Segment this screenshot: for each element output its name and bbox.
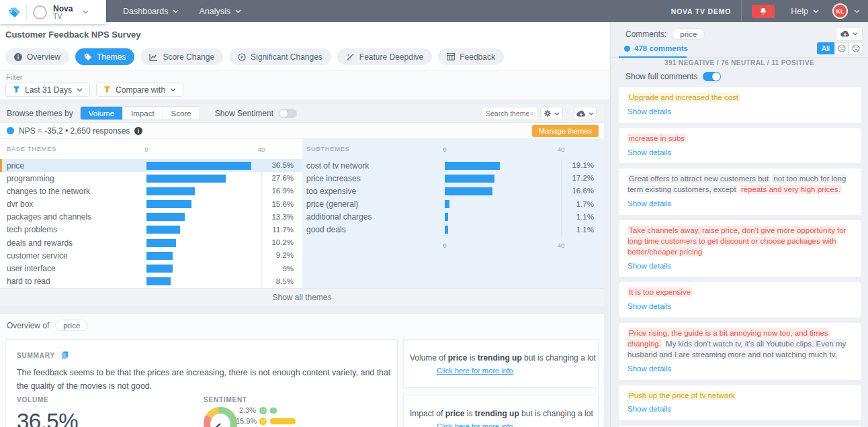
theme-label: programming	[7, 174, 54, 183]
theme-row[interactable]: deals and rewards10.2%	[0, 236, 302, 249]
theme-bar[interactable]	[146, 226, 180, 234]
mode-score[interactable]: Score	[163, 107, 200, 120]
tab-feature-deepdive[interactable]: Feature Deepdive	[337, 48, 432, 65]
show-all-themes-button[interactable]: Show all themes	[0, 288, 604, 306]
nav-item-analysis[interactable]: Analysis	[189, 0, 251, 22]
filter-neutral-button[interactable]	[834, 42, 849, 54]
chevron-down-icon	[554, 112, 560, 115]
show-details-link[interactable]: Show details	[627, 301, 671, 312]
theme-row[interactable]: hard to read8.5%	[0, 275, 302, 288]
search-themes-box[interactable]	[482, 107, 538, 120]
tab-overview[interactable]: Overview	[5, 48, 69, 65]
volume-value: 36.5%	[17, 409, 78, 427]
notification-button[interactable]	[752, 5, 775, 18]
tab-significant-changes[interactable]: Significant Changes	[229, 48, 331, 65]
theme-bar[interactable]	[146, 252, 173, 260]
theme-bar[interactable]	[146, 239, 176, 247]
trend-more-info-link[interactable]: Click here for more info	[437, 422, 513, 427]
theme-row[interactable]: packages and channels13.3%	[0, 211, 302, 224]
show-full-comments-label: Show full comments	[625, 72, 697, 81]
theme-label: packages and channels	[7, 212, 91, 222]
theme-row[interactable]: good deals1.1%	[302, 224, 604, 236]
theme-bar[interactable]	[146, 265, 173, 273]
cloud-download-icon	[840, 30, 850, 38]
trend-more-info-link[interactable]: Click here for more info	[437, 367, 513, 375]
theme-bar[interactable]	[146, 200, 191, 208]
show-full-comments-toggle[interactable]	[703, 72, 721, 81]
theme-row[interactable]: too expensive16.6%	[302, 185, 604, 197]
theme-bar[interactable]	[445, 175, 494, 183]
theme-row[interactable]: price (general)1.7%	[302, 198, 604, 211]
theme-bar[interactable]	[146, 213, 185, 221]
compare-filter-dropdown[interactable]: Compare with	[96, 83, 183, 97]
tab-feedback[interactable]: Feedback	[438, 48, 504, 65]
overview-theme-tag[interactable]: price	[55, 320, 88, 331]
theme-label: hard to read	[7, 277, 50, 286]
theme-label: additional charges	[306, 212, 372, 222]
search-themes-input[interactable]	[486, 109, 529, 117]
user-menu-caret-icon[interactable]	[854, 9, 860, 13]
comments-theme-tag[interactable]: price	[672, 28, 705, 40]
theme-value: 15.6%	[271, 200, 294, 208]
date-filter-dropdown[interactable]: Last 31 Days	[5, 83, 90, 97]
theme-bar[interactable]	[445, 226, 448, 234]
show-details-link[interactable]: Show details	[627, 199, 671, 209]
tag-icon	[84, 53, 92, 61]
theme-row[interactable]: customer service9.2%	[0, 249, 302, 262]
theme-bar[interactable]	[146, 175, 226, 183]
theme-bar[interactable]	[146, 162, 251, 170]
theme-row[interactable]: programming27.6%	[0, 172, 302, 185]
theme-bar[interactable]	[146, 187, 195, 195]
axis-tick: 0	[435, 242, 455, 249]
theme-bar[interactable]	[146, 277, 171, 285]
filter-negative-button[interactable]	[849, 42, 863, 54]
theme-bar[interactable]	[445, 200, 449, 208]
avatar[interactable]: KL	[832, 3, 848, 19]
view-tabs: OverviewThemesScore ChangeSignificant Ch…	[5, 48, 504, 65]
chart-export-button[interactable]	[574, 107, 597, 120]
show-details-link[interactable]: Show details	[627, 148, 671, 158]
theme-row[interactable]: cost of tv network19.1%	[302, 159, 604, 172]
sentiment-legend: 2.3%15.9%	[236, 405, 296, 426]
theme-bar[interactable]	[445, 187, 492, 195]
theme-label: changes to the network	[7, 187, 90, 196]
theme-row[interactable]: additional charges1.1%	[302, 211, 604, 224]
filter-all-button[interactable]: All	[817, 42, 834, 54]
show-details-link[interactable]: Show details	[627, 404, 671, 415]
legend-pct: 15.9%	[236, 417, 256, 425]
theme-row[interactable]: dvr box15.6%	[0, 198, 302, 211]
mode-volume[interactable]: Volume	[81, 107, 123, 120]
comments-export-button[interactable]	[836, 27, 863, 41]
app-logo-icon	[7, 5, 20, 18]
manage-themes-button[interactable]: Manage themes	[532, 125, 599, 137]
info-icon[interactable]	[134, 127, 142, 135]
theme-row[interactable]: changes to the network16.9%	[0, 185, 302, 197]
app-logo-box[interactable]: NovaTV	[0, 0, 106, 24]
theme-row[interactable]: tech problems11.7%	[0, 224, 302, 236]
mode-impact[interactable]: Impact	[123, 107, 163, 120]
nav-item-dashboards[interactable]: Dashboards	[113, 0, 189, 22]
workspace-logo	[33, 5, 47, 19]
series-dot-icon	[7, 127, 14, 134]
comment-text: Price rising, the guide is a bit annoyin…	[627, 328, 853, 361]
tab-score-change[interactable]: Score Change	[140, 48, 223, 65]
theme-bar[interactable]	[445, 213, 448, 221]
comments-count-tab[interactable]: 478 comments	[634, 44, 688, 52]
trend-text: Volume of price is trending up but is ch…	[410, 353, 598, 363]
show-details-link[interactable]: Show details	[627, 364, 671, 375]
main-content: Customer Feedback NPS Survey OverviewThe…	[0, 22, 610, 427]
workspace-caret-icon[interactable]	[83, 10, 89, 14]
summary-doc-icon[interactable]	[61, 351, 69, 359]
show-sentiment-toggle[interactable]	[279, 109, 297, 118]
show-details-link[interactable]: Show details	[627, 107, 671, 117]
header-panel: Customer Feedback NPS Survey OverviewThe…	[0, 22, 610, 99]
theme-row[interactable]: price increases17.2%	[302, 172, 604, 185]
theme-row[interactable]: price36.5%	[0, 159, 302, 172]
chart-settings-button[interactable]	[540, 107, 563, 120]
theme-bar[interactable]	[445, 162, 500, 170]
theme-value: 27.6%	[271, 174, 294, 182]
help-menu[interactable]: Help	[791, 7, 819, 16]
theme-row[interactable]: user interface9%	[0, 263, 302, 275]
tab-themes[interactable]: Themes	[75, 48, 134, 65]
show-details-link[interactable]: Show details	[627, 261, 671, 272]
